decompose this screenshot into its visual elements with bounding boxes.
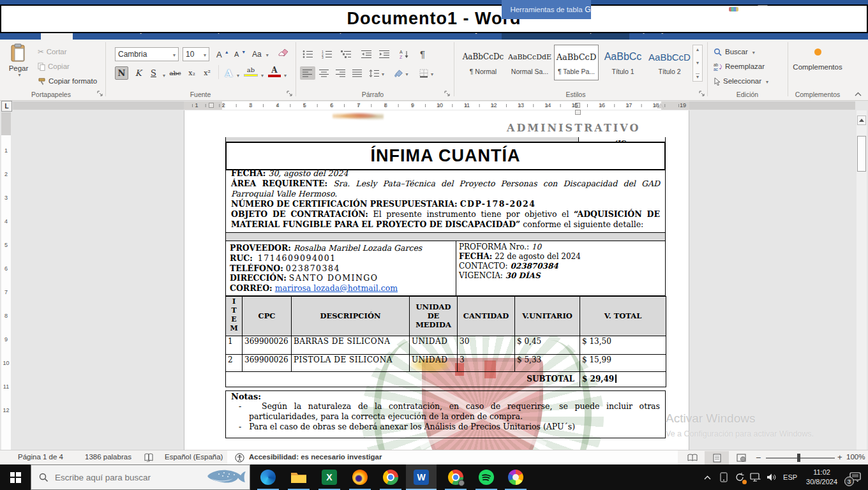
style-normal[interactable]: AaBbCcDc ¶ Normal xyxy=(461,45,505,80)
multilevel-list-button[interactable] xyxy=(338,47,354,61)
document-page[interactable]: ADMINISTRATIVO ÍNFIMA CUANTÍA No. DE ORD… xyxy=(184,110,689,450)
font-color-button[interactable]: A xyxy=(268,66,281,77)
style-normal-sa[interactable]: AaBbCcDdE Normal Sa... xyxy=(507,45,552,80)
minimize-button[interactable]: — xyxy=(780,0,807,19)
hanging-indent-marker[interactable] xyxy=(575,110,581,115)
zoom-in-button[interactable]: + xyxy=(837,452,842,462)
show-marks-button[interactable]: ¶ xyxy=(415,47,430,61)
grow-font-button[interactable]: A▲ xyxy=(214,47,231,61)
taskbar-spotify[interactable] xyxy=(471,464,502,490)
account-name[interactable]: GAD PARROQUIAL VALLE HERMOSO xyxy=(585,5,720,14)
clock[interactable]: 11:02 30/8/2024 xyxy=(801,468,842,487)
zoom-level[interactable]: 100% xyxy=(846,453,865,461)
taskbar-explorer[interactable] xyxy=(283,464,314,490)
align-center-button[interactable] xyxy=(317,66,332,80)
bullets-button[interactable] xyxy=(300,47,315,61)
taskbar-chrome[interactable] xyxy=(375,464,406,490)
ribbon-display-options-icon[interactable] xyxy=(749,0,776,19)
horizontal-ruler[interactable]: 12345678910111213141516171819 xyxy=(0,101,868,110)
zoom-out-button[interactable]: − xyxy=(756,452,761,463)
increase-indent-button[interactable] xyxy=(377,47,392,61)
style-table-paragraph[interactable]: AaBbCcD ¶ Table Pa... xyxy=(554,45,599,80)
language-indicator[interactable]: Español (España) xyxy=(165,453,223,461)
table-column-marker[interactable] xyxy=(209,103,214,108)
font-name-combo[interactable]: Cambria xyxy=(115,47,179,61)
taskbar-edge[interactable] xyxy=(253,464,283,490)
font-dialog-launcher-icon[interactable] xyxy=(287,91,294,98)
line-spacing-button[interactable] xyxy=(369,66,384,80)
text-effects-dropdown[interactable] xyxy=(235,70,239,79)
vertical-scrollbar[interactable] xyxy=(857,110,867,450)
sort-button[interactable]: AZ xyxy=(397,47,412,61)
search-input[interactable] xyxy=(55,473,195,482)
tray-device-icon[interactable] xyxy=(715,464,731,490)
highlight-button[interactable]: ab xyxy=(244,66,258,77)
scroll-up-arrow[interactable] xyxy=(857,115,866,125)
underline-button[interactable]: S xyxy=(147,66,160,80)
restore-button[interactable] xyxy=(811,0,837,19)
underline-dropdown[interactable] xyxy=(161,70,165,79)
replace-button[interactable]: abac Reemplazar xyxy=(712,59,767,73)
find-button[interactable]: Buscar xyxy=(712,45,757,59)
highlight-dropdown[interactable] xyxy=(259,70,264,79)
styles-gallery-expand-icon[interactable]: ▼ xyxy=(696,73,700,79)
language-badge[interactable]: ESP xyxy=(779,473,801,481)
select-button[interactable]: Seleccionar xyxy=(712,74,770,88)
clear-formatting-button[interactable] xyxy=(277,47,288,57)
avatar[interactable] xyxy=(726,2,742,18)
tray-chevron-icon[interactable] xyxy=(700,464,715,490)
read-mode-button[interactable] xyxy=(680,451,705,464)
font-size-combo[interactable]: 10 xyxy=(183,47,209,61)
format-painter-button[interactable]: Copiar formato xyxy=(36,74,99,88)
tab-stop-selector[interactable] xyxy=(1,101,12,112)
borders-button[interactable] xyxy=(419,66,434,80)
taskbar-search[interactable] xyxy=(31,464,250,490)
zoom-slider-track[interactable] xyxy=(766,457,835,459)
align-left-button[interactable] xyxy=(300,66,315,80)
taskbar-word-active[interactable]: W xyxy=(406,464,437,490)
vertical-ruler[interactable]: 123456789101112 xyxy=(1,112,11,450)
taskbar-paint[interactable] xyxy=(500,464,531,490)
email-link[interactable]: marirosa lozada@hotmail.com xyxy=(275,283,398,293)
superscript-button[interactable]: x² xyxy=(200,66,214,80)
styles-scroll-down-icon[interactable]: ▼ xyxy=(696,61,700,65)
scrollbar-thumb[interactable] xyxy=(857,136,866,172)
style-titulo-1[interactable]: AaBbCc Título 1 xyxy=(601,45,645,80)
tray-volume-icon[interactable] xyxy=(763,464,779,490)
document-canvas[interactable]: ADMINISTRATIVO ÍNFIMA CUANTÍA No. DE ORD… xyxy=(0,110,868,450)
align-right-button[interactable] xyxy=(333,66,348,80)
numbering-button[interactable]: 123 xyxy=(319,47,334,61)
action-center-button[interactable]: 3 xyxy=(842,464,868,490)
paragraph-dialog-launcher-icon[interactable] xyxy=(444,91,451,98)
shrink-font-button[interactable]: A▼ xyxy=(232,47,248,61)
web-layout-button[interactable] xyxy=(729,451,753,464)
strikethrough-button[interactable]: abc xyxy=(168,66,182,80)
close-button[interactable]: ✕ xyxy=(841,0,868,19)
collapse-ribbon-icon[interactable] xyxy=(855,92,862,96)
paste-button[interactable]: Pegar xyxy=(5,43,32,89)
taskbar-excel[interactable]: X xyxy=(314,464,345,490)
accessibility-icon[interactable] xyxy=(235,453,244,463)
taskbar-chrome-profile[interactable] xyxy=(440,464,471,490)
taskbar-firefox[interactable] xyxy=(345,464,375,490)
proofing-icon[interactable] xyxy=(144,453,154,462)
styles-scroll-up-icon[interactable]: ▲ xyxy=(696,47,700,52)
clipboard-dialog-launcher-icon[interactable] xyxy=(97,91,104,98)
page-indicator[interactable]: Página 1 de 4 xyxy=(18,453,63,461)
tray-sync-icon[interactable] xyxy=(731,464,747,490)
word-count[interactable]: 1386 palabras xyxy=(85,453,131,461)
subscript-button[interactable]: x₂ xyxy=(185,66,198,80)
italic-button[interactable]: K xyxy=(131,66,145,80)
styles-dialog-launcher-icon[interactable] xyxy=(699,91,706,98)
justify-button[interactable] xyxy=(350,66,365,80)
paste-dropdown[interactable] xyxy=(16,72,20,78)
font-color-dropdown[interactable] xyxy=(282,70,287,79)
decrease-indent-button[interactable] xyxy=(359,47,374,61)
start-button[interactable] xyxy=(0,464,31,490)
text-effects-button[interactable]: A xyxy=(222,66,236,80)
style-titulo-2[interactable]: AaBbCcD Título 2 xyxy=(647,45,692,80)
accessibility-status[interactable]: Accesibilidad: es necesario investigar xyxy=(249,453,382,461)
bold-button[interactable]: N xyxy=(115,66,128,80)
zoom-slider-thumb[interactable] xyxy=(797,454,800,462)
shading-button[interactable] xyxy=(393,66,408,80)
